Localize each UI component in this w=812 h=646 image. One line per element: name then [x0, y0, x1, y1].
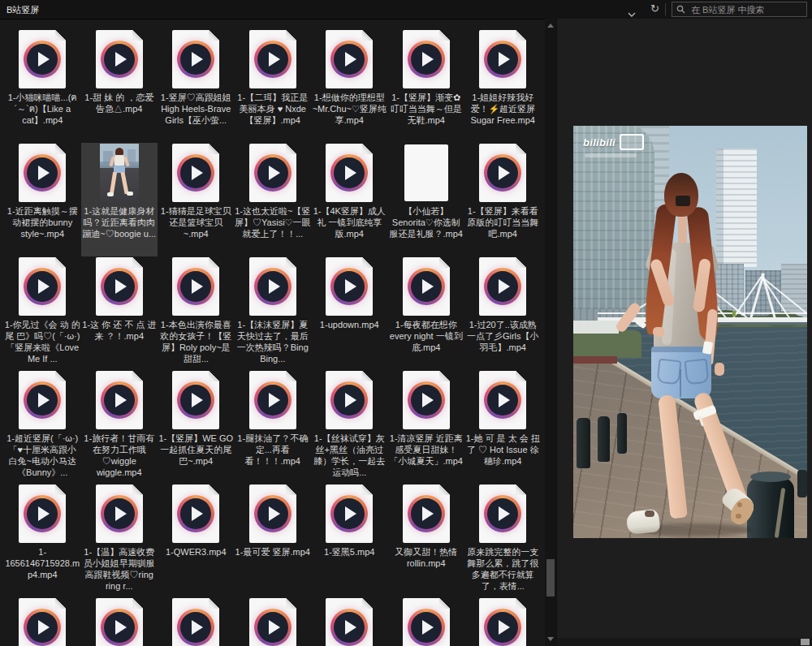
scrollbar-grip[interactable]: [801, 639, 810, 645]
file-page-icon: [479, 598, 526, 646]
file-item[interactable]: 1-过20了..该成熟一点了彡Girls【小羽毛】.mp4: [464, 256, 542, 370]
page-fold-corner: [362, 30, 373, 41]
file-item[interactable]: 【小仙若】Senorita♡你选制服还是礼服？.mp4: [388, 143, 465, 256]
file-item[interactable]: 1-【竖屏】来看看原版的叮叮当当舞吧.mp4: [464, 143, 542, 256]
file-page-icon: [96, 598, 143, 646]
play-button-icon: [330, 154, 368, 192]
page-fold-corner: [516, 144, 526, 154]
file-item[interactable]: 原来跳完整的一支舞那么累，跳了很多遍都不行就算了，表情...: [464, 484, 542, 597]
file-page-icon: [403, 30, 450, 88]
play-triangle-icon: [269, 279, 280, 294]
file-item[interactable]: [464, 597, 542, 646]
page-fold-corner: [439, 484, 450, 495]
scrollbar-thumb[interactable]: [546, 559, 555, 596]
chevron-down-icon[interactable]: [627, 6, 637, 13]
file-page-icon: [96, 30, 143, 88]
file-item[interactable]: 1-【竖屏】渐变✿叮叮当当舞～但是无鞋.mp4: [388, 29, 465, 143]
play-triangle-icon: [345, 279, 356, 294]
file-item[interactable]: 1-本色出演你最喜欢的女孩子！【竖屏】Roly poly~是甜甜...: [158, 256, 235, 370]
play-triangle-icon: [499, 166, 510, 180]
file-item[interactable]: 1-竖黑5.mp4: [311, 484, 388, 597]
file-item[interactable]: 1-这也太近啦~【竖屏】♡Yasisi♡一眼就爱上了！！...: [235, 143, 312, 256]
refresh-icon[interactable]: ↻: [650, 2, 659, 15]
play-button-icon: [330, 609, 368, 646]
video-file-icon: [96, 484, 143, 544]
file-item[interactable]: [311, 597, 388, 646]
file-page-icon: [479, 144, 526, 202]
page-fold-corner: [362, 371, 373, 381]
watermark-subtext: [585, 153, 637, 157]
search-icon: [676, 5, 685, 14]
file-item[interactable]: [158, 597, 235, 646]
file-item[interactable]: 1-小猫咪喵喵...(ฅ´～`ฅ)【Like a cat】.mp4: [4, 29, 81, 143]
file-item[interactable]: 1-想做你的理想型~Mr.Chu~♡竖屏纯享.mp4: [311, 29, 388, 143]
play-triangle-icon: [422, 52, 434, 67]
file-item[interactable]: 1-这就是健康身材吗？近距离看肉肉蹦迪~♡boogie u...: [81, 143, 158, 256]
file-item[interactable]: 1-姐姐好辣我好爱！⚡超近竖屏 Sugar Free.mp4: [464, 29, 542, 143]
bollard: [797, 470, 807, 497]
play-button-icon: [177, 609, 214, 646]
file-item[interactable]: 1-猜猜是足球宝贝还是篮球宝贝~.mp4: [158, 143, 235, 256]
bollard: [577, 418, 590, 468]
play-button-icon: [484, 609, 521, 646]
file-page-icon: [249, 598, 296, 646]
file-item[interactable]: 1-updown.mp4: [311, 256, 388, 370]
file-name: 1-【竖屏】WE GO 一起抓住夏天的尾巴~.mp4: [158, 433, 234, 467]
file-item[interactable]: [81, 597, 158, 646]
file-item[interactable]: 1-旅行者！甘雨有在努力工作哦♡wiggle wiggle.mp4: [81, 370, 158, 484]
play-button-icon: [330, 41, 368, 78]
file-item[interactable]: 1-腿抹油了？不确定...再看看！！！.mp4: [235, 370, 312, 484]
horizontal-scrollbar[interactable]: [557, 638, 812, 646]
file-item[interactable]: 1-最可爱 竖屏.mp4: [235, 484, 312, 597]
video-file-icon: [326, 29, 373, 89]
file-item[interactable]: 1-【4K竖屏】成人礼 一镜到底纯享版.mp4: [311, 143, 388, 256]
file-item[interactable]: 1-竖屏♡高跟姐姐High Heels-Brave Girls【巫小萤...: [158, 29, 235, 143]
file-page-icon: [326, 484, 373, 543]
file-item[interactable]: 1-1656146715928.mp4.mp4: [4, 484, 81, 597]
video-file-icon: [479, 143, 526, 203]
file-page-icon: [172, 30, 219, 88]
search-input[interactable]: [689, 4, 802, 15]
file-item[interactable]: 1-QWER3.mp4: [158, 484, 235, 597]
file-name: 1-【二珥】我正是美丽本身 ♥ Nxde【竖屏】.mp4: [235, 92, 311, 126]
file-name: 1-这也太近啦~【竖屏】♡Yasisi♡一眼就爱上了！！...: [235, 205, 311, 239]
video-file-icon: [100, 143, 139, 203]
file-item[interactable]: 1-你见过《会 动 的 尾 巴》吗♡(「·ω·)「竖屏来啦《Love Me If…: [4, 256, 81, 370]
page-fold-corner: [209, 598, 219, 609]
vertical-scrollbar[interactable]: [545, 19, 556, 646]
girl-neck: [678, 217, 687, 246]
page-fold-corner: [439, 30, 450, 41]
girl-shorts-pocket: [657, 359, 682, 385]
file-page-icon: [249, 144, 296, 202]
file-item[interactable]: 1-甜 妹 的 ，恋爱告急△.mp4: [81, 29, 158, 143]
file-item[interactable]: 1-【温】高速收费员小姐姐早期驯服高跟鞋视频♡ring ring r...: [81, 484, 158, 597]
file-item[interactable]: 1-每夜都在想你 every night 一镜到底.mp4: [388, 256, 465, 370]
girl-hand: [653, 327, 664, 337]
page-fold-corner: [286, 30, 296, 41]
page-fold-corner: [209, 30, 219, 41]
file-item[interactable]: [388, 597, 465, 646]
watermark-badge: [620, 134, 644, 150]
scroll-up-button[interactable]: [547, 24, 554, 28]
play-triangle-icon: [269, 506, 280, 521]
page-fold-corner: [132, 257, 143, 268]
file-item[interactable]: 1-【二珥】我正是美丽本身 ♥ Nxde【竖屏】.mp4: [235, 29, 312, 143]
file-item[interactable]: 1-近距离触摸～摆动裙摆的bunny style~.mp4: [4, 143, 81, 256]
file-item[interactable]: 1-超近竖屏(「·ω·)「♥十厘米高跟小白兔~电动小马达《Bunny》...: [4, 370, 81, 484]
video-file-icon: [96, 370, 143, 430]
file-item[interactable]: [4, 597, 81, 646]
file-item[interactable]: 1-【沫沫竖屏】夏天快过去了，最后一次热辣吗？Bing Bing...: [235, 256, 312, 370]
file-item[interactable]: 1-这 你 还 不 点 进 来 ？！.mp4: [81, 256, 158, 370]
file-name: 1-猜猜是足球宝贝还是篮球宝贝~.mp4: [158, 205, 234, 239]
search-box[interactable]: [672, 2, 807, 17]
file-item[interactable]: 1-她 可 是 太 会 扭 了 ♡ Hot Issue 徐穗珍.mp4: [464, 370, 542, 484]
file-item[interactable]: 1-清凉竖屏 近距离感受夏日甜妹！「小城夏天」.mp4: [388, 370, 465, 484]
pedestrian: [732, 311, 736, 317]
scroll-down-button[interactable]: [547, 637, 554, 641]
play-triangle-icon: [192, 393, 203, 407]
file-item[interactable]: [235, 597, 312, 646]
file-item[interactable]: 1-【丝袜试穿】灰丝+黑丝（油亮过膝）学长，一起去运动吗...: [311, 370, 388, 484]
file-item[interactable]: 1-【竖屏】WE GO 一起抓住夏天的尾巴~.mp4: [158, 370, 235, 484]
play-button-icon: [101, 381, 138, 419]
file-item[interactable]: 又御又甜！热情rollin.mp4: [388, 484, 465, 597]
